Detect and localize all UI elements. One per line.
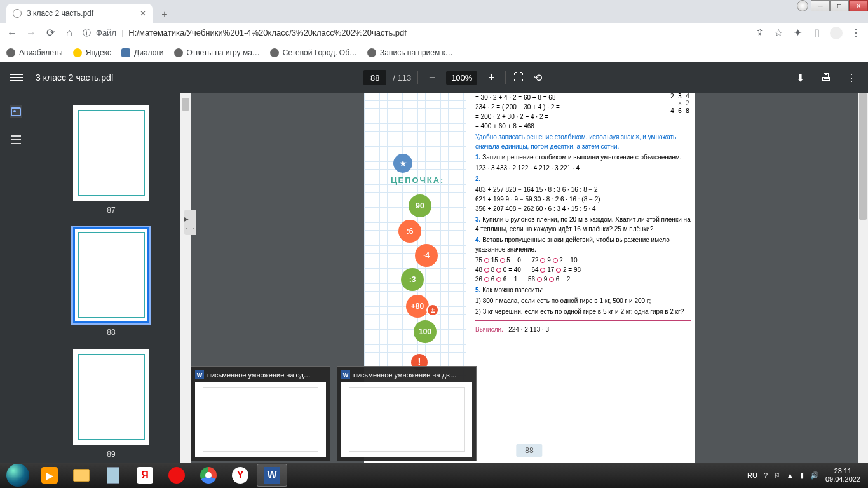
bookmark-label: Ответы на игру ма…: [187, 48, 260, 57]
help-icon[interactable]: ?: [764, 471, 768, 479]
url-bar: ← → ⟳ ⌂ ⓘ Файл | H:/математика/Учебники%…: [0, 23, 868, 43]
gear-badge: 100: [414, 320, 437, 343]
menu-icon[interactable]: ⋮: [850, 27, 862, 39]
thumbnail[interactable]: 88: [51, 227, 172, 337]
outline-tab[interactable]: [10, 133, 22, 146]
bookmark-item[interactable]: Запись на прием к…: [367, 48, 453, 57]
zoom-level: 100%: [446, 71, 477, 85]
print-icon[interactable]: 🖶: [820, 71, 832, 84]
opera-icon[interactable]: [161, 464, 192, 487]
fit-page-icon[interactable]: ⛶: [512, 71, 525, 84]
pdf-more-icon[interactable]: ⋮: [845, 71, 858, 84]
yandex-browser-icon[interactable]: Y: [225, 464, 255, 487]
url-field[interactable]: ⓘ Файл | H:/математика/Учебники%201-4%20…: [83, 27, 746, 39]
system-tray: RU ? ⚐ ▲ ▮ 🔊 23:11 09.04.2022: [747, 467, 865, 484]
file-protocol-label: Файл: [96, 28, 116, 37]
preview-title: письменное умножение на од…: [207, 371, 311, 379]
info-icon: ⓘ: [83, 27, 91, 39]
yandex-icon: [73, 48, 82, 57]
taskbar-preview[interactable]: Wписьменное умножение на дв…: [337, 366, 477, 461]
word-icon[interactable]: W: [257, 464, 287, 487]
file-explorer-icon[interactable]: [66, 464, 97, 487]
page-scrollbar[interactable]: [858, 93, 868, 463]
reading-list-icon[interactable]: ▯: [811, 27, 822, 39]
tab-title: 3 класс 2 часть.pdf: [27, 9, 93, 18]
profile-icon[interactable]: [830, 27, 843, 39]
rotate-icon[interactable]: ⟲: [531, 71, 544, 84]
maximize-button[interactable]: □: [830, 0, 849, 11]
taskbar: ▶ Я Y W RU ? ⚐ ▲ ▮ 🔊 23:11 09.04.2022: [0, 463, 868, 488]
vk-icon: [121, 48, 130, 57]
preview-thumb: [341, 382, 472, 457]
chrome-icon[interactable]: [193, 464, 224, 487]
bookmark-icon[interactable]: ☆: [773, 27, 784, 39]
thumbnails-tab[interactable]: [10, 105, 22, 118]
action-center-icon[interactable]: ⚐: [774, 471, 780, 480]
window-round-btn[interactable]: [797, 0, 808, 11]
word-icon: W: [195, 370, 204, 379]
page-total: / 113: [393, 73, 411, 83]
star-badge-icon: ★: [393, 154, 412, 173]
gear-badge: +80: [406, 295, 429, 318]
bookmark-item[interactable]: Сетевой Город. Об…: [270, 48, 357, 57]
minimize-button[interactable]: ─: [811, 0, 830, 11]
bookmark-label: Авиабилеты: [19, 48, 63, 57]
thumbnail-label: 87: [51, 206, 172, 215]
thumbnails-scrollbar[interactable]: [180, 93, 191, 463]
browser-tab[interactable]: 3 класс 2 часть.pdf ✕: [6, 4, 153, 23]
language-indicator[interactable]: RU: [747, 471, 757, 479]
globe-icon: [367, 48, 376, 57]
download-icon[interactable]: ⬇: [794, 71, 807, 84]
thumbnail[interactable]: 87: [51, 105, 172, 215]
chain-label: ЦЕПОЧКА:: [391, 175, 444, 185]
taskbar-preview[interactable]: Wписьменное умножение на од…: [191, 366, 330, 461]
bookmarks-bar: АвиабилетыЯндексДиалогиОтветы на игру ма…: [0, 43, 868, 62]
word-icon: W: [341, 370, 350, 379]
taskbar-previews: Wписьменное умножение на од…Wписьменное …: [191, 366, 477, 461]
home-button[interactable]: ⌂: [64, 27, 75, 39]
globe-icon: [6, 48, 15, 57]
volume-icon[interactable]: 🔊: [810, 471, 819, 480]
page-number-input[interactable]: [363, 70, 386, 85]
extensions-icon[interactable]: ✦: [792, 27, 803, 39]
media-player-icon[interactable]: ▶: [34, 464, 65, 487]
new-tab-button[interactable]: +: [156, 6, 173, 23]
bookmark-label: Диалоги: [134, 48, 163, 57]
start-button[interactable]: [3, 464, 33, 487]
tab-strip: 3 класс 2 часть.pdf ✕ +: [0, 0, 868, 23]
pdf-menu-button[interactable]: [10, 74, 23, 81]
gear-badge: ·4: [415, 244, 438, 267]
preview-thumb: [195, 382, 326, 457]
bookmark-item[interactable]: Яндекс: [73, 48, 111, 57]
thumbnails-panel: 878889: [0, 93, 191, 463]
calculator-icon[interactable]: [98, 464, 128, 487]
gear-badge: :6: [398, 220, 421, 243]
forward-button[interactable]: →: [25, 27, 37, 39]
reload-button[interactable]: ⟳: [44, 27, 56, 39]
thumbnail[interactable]: 89: [51, 349, 172, 459]
bookmark-item[interactable]: Авиабилеты: [6, 48, 63, 57]
yandex-icon[interactable]: Я: [130, 464, 160, 487]
thumbnail-label: 89: [51, 450, 172, 459]
tab-close-icon[interactable]: ✕: [140, 9, 146, 18]
close-button[interactable]: ✕: [849, 0, 868, 11]
bookmark-label: Запись на прием к…: [380, 48, 453, 57]
clock[interactable]: 23:11 09.04.2022: [825, 467, 860, 484]
gear-badge: 90: [409, 194, 431, 217]
bookmark-item[interactable]: Ответы на игру ма…: [174, 48, 260, 57]
back-button[interactable]: ←: [6, 27, 18, 39]
preview-title: письменное умножение на дв…: [353, 371, 457, 379]
bookmark-label: Яндекс: [86, 48, 111, 57]
bookmark-item[interactable]: Диалоги: [121, 48, 163, 57]
window-controls: ─ □ ✕: [797, 0, 868, 11]
zoom-in-button[interactable]: +: [484, 70, 499, 85]
url-path: H:/математика/Учебники%201-4%20класс/3%2…: [128, 28, 407, 37]
battery-icon[interactable]: ▮: [800, 471, 804, 480]
globe-icon: [270, 48, 279, 57]
page-number-badge: 88: [516, 444, 542, 458]
zoom-out-button[interactable]: −: [424, 70, 440, 85]
globe-icon: [174, 48, 183, 57]
bookmark-label: Сетевой Город. Об…: [283, 48, 357, 57]
tray-expand-icon[interactable]: ▲: [787, 471, 794, 479]
share-icon[interactable]: ⇪: [754, 27, 765, 39]
